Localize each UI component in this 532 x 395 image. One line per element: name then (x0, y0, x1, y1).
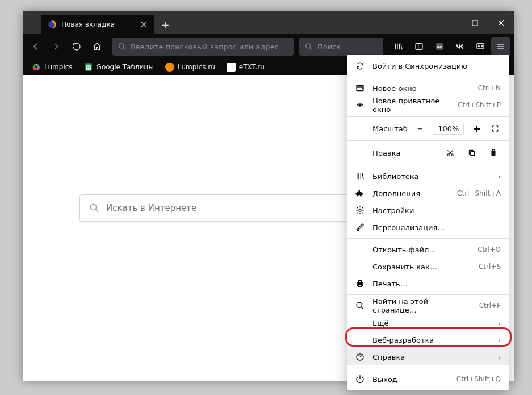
lumpics-icon (165, 63, 174, 72)
menu-print[interactable]: Печать… (347, 275, 509, 292)
bookmark-item[interactable]: Google Таблицы (78, 60, 160, 74)
search-bar[interactable]: Поиск (299, 38, 383, 56)
power-icon (355, 375, 365, 384)
svg-rect-40 (471, 152, 475, 156)
window-icon (355, 84, 365, 93)
address-bar[interactable]: Введите поисковый запрос или адрес (112, 38, 294, 56)
edit-label: Правка (355, 149, 436, 157)
menu-quit[interactable]: Выход Ctrl+Shift+Q (347, 371, 509, 388)
menu-customize[interactable]: Персонализация… (347, 219, 509, 236)
menu-new-private-window[interactable]: Новое приватное окно Ctrl+Shift+P (347, 97, 509, 114)
zoom-out-button[interactable]: − (414, 121, 426, 136)
svg-point-35 (361, 104, 362, 105)
app-menu: Войти в Синхронизацию Новое окно Ctrl+N … (347, 55, 509, 390)
help-icon (355, 352, 365, 361)
zoom-in-button[interactable]: + (471, 121, 482, 136)
svg-point-47 (359, 209, 361, 211)
firefox-icon (48, 20, 57, 29)
chevron-right-icon: › (498, 336, 501, 344)
title-bar: Новая вкладка × + (23, 11, 514, 34)
menu-separator (347, 368, 509, 368)
chevron-right-icon: › (498, 319, 501, 327)
newtab-search-input[interactable]: Искать в Интернете (79, 194, 352, 222)
menu-settings[interactable]: Настройки (347, 202, 509, 219)
search-icon (355, 301, 365, 310)
svg-rect-13 (416, 44, 422, 50)
bookmark-item[interactable]: eTXT.ru (221, 60, 270, 74)
menu-new-window[interactable]: Новое окно Ctrl+N (347, 80, 509, 97)
fullscreen-button[interactable] (489, 121, 501, 136)
menu-more[interactable]: Ещё › (347, 314, 509, 331)
chevron-right-icon: › (498, 172, 501, 181)
brush-icon (355, 223, 365, 232)
search-placeholder: Поиск (317, 43, 341, 51)
svg-rect-42 (492, 149, 495, 151)
menu-webdev[interactable]: Веб-разработка › (347, 331, 509, 348)
library-icon-button[interactable] (389, 37, 408, 56)
menu-open-file[interactable]: Открыть файл… Ctrl+O (347, 241, 509, 258)
sheets-icon (84, 63, 93, 72)
svg-rect-49 (358, 281, 361, 282)
menu-help[interactable]: Справка › (347, 348, 509, 365)
svg-point-18 (478, 45, 479, 47)
nav-reload-button[interactable] (67, 37, 86, 56)
search-icon (89, 203, 99, 213)
tab-strip: Новая вкладка × + (23, 11, 176, 34)
tab-close-icon[interactable]: × (140, 20, 148, 29)
bookmark-label: Google Таблицы (97, 63, 154, 71)
tab-active[interactable]: Новая вкладка × (41, 15, 154, 34)
svg-line-52 (361, 307, 363, 309)
menu-separator (347, 77, 509, 77)
vk-icon-button[interactable] (450, 37, 470, 56)
nav-home-button[interactable] (87, 37, 107, 56)
paste-button[interactable] (486, 145, 501, 160)
window-minimize[interactable] (435, 11, 462, 34)
svg-text:uo: uo (437, 44, 442, 49)
window-close[interactable] (488, 11, 514, 34)
ublock-icon-button[interactable]: uo (430, 37, 449, 56)
browser-window: Новая вкладка × + Введите поисковый запр… (23, 11, 514, 381)
mask-icon (355, 101, 365, 110)
svg-line-29 (95, 209, 98, 212)
window-maximize[interactable] (462, 11, 488, 34)
cut-button[interactable] (443, 145, 458, 160)
search-icon (305, 43, 313, 51)
svg-rect-50 (358, 285, 361, 286)
library-icon (355, 172, 365, 181)
menu-library[interactable]: Библиотека › (347, 168, 509, 185)
menu-separator (347, 140, 509, 141)
menu-addons[interactable]: Дополнения Ctrl+Shift+A (347, 185, 509, 202)
menu-save-as[interactable]: Сохранить как… Ctrl+S (347, 258, 509, 275)
nav-back-button[interactable] (26, 37, 45, 56)
bookmark-label: Lumpics.ru (178, 63, 215, 71)
menu-separator (347, 238, 509, 239)
menu-zoom-row: Масштаб − 100% + (347, 119, 509, 138)
zoom-value[interactable]: 100% (433, 123, 464, 135)
nav-forward-button[interactable] (47, 37, 66, 56)
sidebar-icon-button[interactable] (409, 37, 429, 56)
sync-icon (355, 61, 365, 70)
bookmark-label: Lumpics (44, 63, 73, 71)
svg-line-6 (123, 48, 125, 50)
svg-point-7 (306, 44, 311, 48)
window-controls (435, 11, 514, 34)
menu-find[interactable]: Найти на этой странице… Ctrl+F (347, 297, 509, 314)
svg-point-51 (357, 302, 362, 307)
svg-point-19 (481, 45, 483, 47)
bookmark-item[interactable]: Lumpics.ru (160, 60, 221, 74)
svg-point-28 (90, 204, 97, 210)
bookmark-item[interactable]: Lumpics (26, 60, 78, 74)
hamburger-menu-button[interactable] (491, 37, 510, 56)
printer-icon (355, 279, 365, 288)
address-placeholder: Введите поисковый запрос или адрес (131, 43, 279, 51)
tab-title: Новая вкладка (61, 20, 115, 28)
menu-separator (347, 116, 509, 117)
copy-button[interactable] (464, 145, 479, 160)
menu-edit-row: Правка (347, 143, 509, 163)
menu-sync[interactable]: Войти в Синхронизацию (347, 57, 509, 74)
bookmark-label: eTXT.ru (239, 63, 265, 71)
extensions-icon-button[interactable] (471, 37, 490, 56)
etxt-icon (227, 63, 236, 72)
svg-rect-2 (472, 20, 477, 26)
new-tab-button[interactable]: + (154, 15, 176, 34)
